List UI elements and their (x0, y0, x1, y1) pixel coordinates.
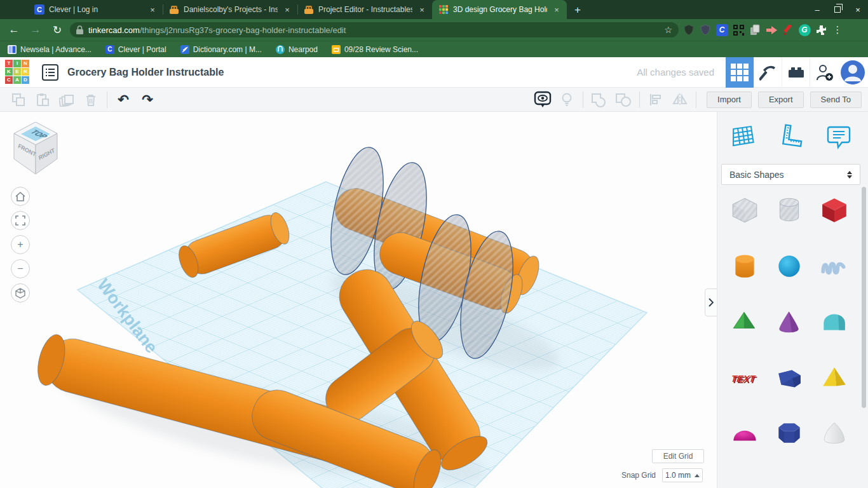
shape-cylinder-orange[interactable] (728, 250, 761, 283)
brick-export-button[interactable] (782, 57, 810, 88)
shape-pyramid-yellow[interactable] (818, 362, 851, 395)
duplicate-icon[interactable] (55, 91, 79, 109)
puzzle-icon[interactable] (815, 24, 827, 36)
show-all-icon[interactable] (531, 91, 555, 109)
notes-tool-icon[interactable] (824, 121, 854, 152)
bookmark-nearpod[interactable]: Nearpod (276, 45, 318, 54)
logo-tile: T (5, 60, 13, 67)
3d-scene[interactable]: Workplane (0, 112, 717, 488)
address-bar[interactable]: tinkercad.com/things/j2nrusRg37s-grocery… (70, 22, 679, 37)
bookmarks-bar: Newsela | Advance... C Clever | Portal D… (0, 41, 868, 57)
clever-icon[interactable]: C (715, 24, 728, 36)
minimize-button[interactable]: – (807, 5, 827, 15)
trash-icon[interactable] (79, 91, 103, 109)
shape-scribble[interactable] (818, 250, 851, 283)
qr-code-icon[interactable] (732, 24, 745, 36)
snap-grid-label: Snap Grid (621, 471, 656, 480)
group-icon[interactable] (587, 91, 611, 109)
tinkercad-logo[interactable]: T I N K E R C A D (5, 60, 31, 85)
reload-button[interactable]: ↻ (48, 24, 66, 37)
mirror-icon[interactable] (668, 91, 692, 109)
send-to-button[interactable]: Send To (810, 92, 862, 108)
edit-toolbar: ↶ ↷ Import Export Send To (0, 88, 868, 112)
shield-icon[interactable] (699, 24, 712, 36)
shape-text-red[interactable]: TEXTTEXT (728, 362, 761, 395)
shape-round-roof-teal[interactable] (818, 306, 851, 339)
fit-view-button[interactable] (11, 211, 30, 230)
restore-button[interactable] (827, 5, 848, 15)
tab-clever-login[interactable]: C Clever | Log in × (28, 0, 163, 19)
home-view-button[interactable] (11, 187, 30, 206)
hide-selected-bulb-icon[interactable] (555, 91, 579, 109)
slides-icon (332, 45, 341, 54)
brick-icon (787, 65, 806, 80)
red-pen-icon[interactable] (782, 24, 794, 36)
tab-close-icon[interactable]: × (552, 5, 562, 15)
shield-icon[interactable] (682, 24, 695, 36)
grammarly-icon[interactable]: G (798, 24, 811, 36)
shape-half-sphere-magenta[interactable] (728, 417, 761, 451)
logo-tile: K (5, 68, 13, 76)
tab-close-icon[interactable]: × (147, 5, 158, 15)
shape-roof-green[interactable] (728, 306, 761, 339)
copy-pages-icon[interactable] (749, 24, 761, 36)
bookmark-review-science[interactable]: 09/28 Review Scien... (332, 45, 418, 54)
close-button[interactable]: × (848, 5, 868, 15)
bookmark-clever-portal[interactable]: C Clever | Portal (105, 45, 166, 54)
snap-grid-select[interactable]: 1.0 mm (662, 468, 703, 482)
shape-polygon-navy[interactable] (773, 362, 806, 395)
view-cube[interactable]: TOP FRONT RIGHT (10, 118, 61, 182)
perspective-toggle-button[interactable] (11, 283, 30, 302)
pink-arrow-icon[interactable] (765, 24, 778, 36)
back-button[interactable]: ← (5, 24, 23, 36)
tab-tinkercad-design-active[interactable]: 3D design Grocery Bag Holder In × (432, 0, 567, 19)
dropdown-arrow-icon (695, 474, 700, 477)
workplane-tool-icon[interactable] (728, 121, 758, 152)
shape-box-transparent[interactable] (728, 194, 761, 227)
tab-danielscolby-projects[interactable]: Danielscolby's Projects - Instruct × (163, 0, 297, 19)
invite-collaborator-button[interactable] (810, 57, 837, 88)
home-icon (15, 192, 25, 201)
undo-icon[interactable]: ↶ (111, 91, 135, 109)
copy-icon[interactable] (6, 91, 31, 109)
ruler-tool-icon[interactable] (776, 121, 806, 152)
forward-button[interactable]: → (27, 24, 44, 36)
redo-icon[interactable]: ↷ (135, 91, 159, 109)
shape-cylinder-transparent[interactable] (773, 194, 806, 227)
avatar[interactable] (837, 57, 868, 88)
shape-hex-prism-navy[interactable] (773, 417, 806, 451)
logo-tile: N (22, 60, 29, 67)
tab-close-icon[interactable]: × (417, 5, 427, 15)
edit-grid-button[interactable]: Edit Grid (652, 449, 704, 463)
import-button[interactable]: Import (707, 92, 752, 108)
shape-box-red[interactable] (818, 194, 851, 227)
zoom-out-button[interactable]: − (11, 259, 30, 278)
browser-menu-icon[interactable]: ⋮ (831, 24, 844, 36)
blocks-grid-button[interactable] (726, 57, 754, 88)
minecraft-pickaxe-button[interactable] (754, 57, 782, 88)
url-domain: tinkercad.com (88, 25, 140, 35)
ungroup-icon[interactable] (611, 91, 635, 109)
shape-category-select[interactable]: Basic Shapes (721, 164, 860, 185)
export-button[interactable]: Export (758, 92, 804, 108)
autosave-status: All changes saved (637, 67, 714, 78)
design-title[interactable]: Grocery Bag Holder Instructable (67, 67, 224, 78)
shape-sphere-blue[interactable] (773, 250, 806, 283)
paste-icon[interactable] (31, 91, 55, 109)
shape-paraboloid-white[interactable] (818, 417, 851, 451)
align-icon[interactable] (644, 91, 668, 109)
bookmark-newsela[interactable]: Newsela | Advance... (8, 45, 92, 54)
clever-icon: C (105, 45, 114, 54)
bookmark-star-icon[interactable]: ☆ (664, 25, 672, 35)
shape-cone-purple[interactable] (773, 306, 806, 339)
tab-project-editor[interactable]: Project Editor - Instructables × (297, 0, 432, 19)
logo-tile: D (22, 76, 29, 84)
tab-close-icon[interactable]: × (282, 5, 292, 15)
bookmark-dictionary[interactable]: Dictionary.com | M... (180, 45, 262, 54)
new-tab-button[interactable]: + (574, 4, 581, 19)
design-menu-icon[interactable] (42, 64, 58, 81)
zoom-in-button[interactable]: + (11, 235, 30, 254)
panel-collapse-button[interactable] (705, 288, 717, 316)
design-canvas[interactable]: Workplane (0, 112, 717, 488)
panel-scrollbar[interactable] (862, 187, 866, 408)
